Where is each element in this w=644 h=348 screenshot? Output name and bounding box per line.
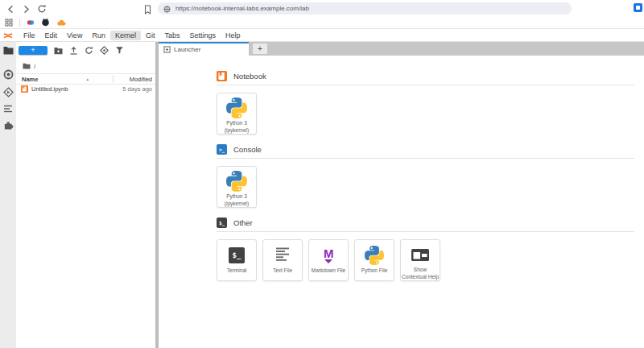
launcher-card-text-file[interactable]: Text File <box>262 239 303 281</box>
console-icon: >_ <box>217 144 227 155</box>
section-title: Notebook <box>233 72 266 81</box>
menu-edit[interactable]: Edit <box>40 31 63 40</box>
git-icon[interactable] <box>2 86 14 97</box>
notebook-file-icon <box>21 85 28 93</box>
menu-run[interactable]: Run <box>87 31 110 40</box>
menu-help[interactable]: Help <box>221 31 246 40</box>
new-launcher-button[interactable]: + <box>19 46 47 55</box>
new-folder-icon[interactable] <box>54 46 63 55</box>
column-header-name[interactable]: Name <box>22 76 38 83</box>
menu-settings[interactable]: Settings <box>184 31 221 40</box>
add-tab-button[interactable]: + <box>253 44 267 54</box>
favicon-cloud[interactable] <box>56 15 67 30</box>
launcher-card-markdown-file[interactable]: M Markdown File <box>308 239 349 281</box>
section-title: Other <box>233 218 253 227</box>
python-logo-icon <box>226 97 247 118</box>
python-logo-icon <box>365 244 384 266</box>
section-divider <box>217 158 634 159</box>
breadcrumb-path: / <box>34 63 35 70</box>
site-info-icon[interactable] <box>163 2 171 16</box>
section-header: Notebook <box>217 71 634 81</box>
app-body: + / <box>0 42 644 348</box>
bookmark-icon[interactable] <box>143 3 152 18</box>
jupyterlab-menubar: File Edit View Run Kernel Git Tabs Setti… <box>0 30 644 42</box>
file-browser-toolbar: + <box>16 44 155 56</box>
card-label: Python 3 (ipykernel) <box>225 193 249 207</box>
extension-manager-icon[interactable] <box>2 119 14 130</box>
tab-bar: Launcher + <box>159 42 644 56</box>
lab-logo-icon <box>3 31 13 39</box>
card-label: Python 3 (ipykernel) <box>225 120 249 134</box>
menu-tabs[interactable]: Tabs <box>159 31 184 40</box>
launcher-card-python-file[interactable]: Python File <box>354 239 394 281</box>
home-folder-icon <box>23 63 31 69</box>
favicon-swirl[interactable] <box>27 15 35 30</box>
url-text: https://notebook-internal-labs.example.c… <box>175 5 309 12</box>
bookmarks-separator <box>19 19 20 27</box>
launcher: Notebook Python 3 (ipykernel) <box>159 56 644 348</box>
section-header: >_ Console <box>217 144 634 155</box>
favicon-github[interactable] <box>41 15 50 30</box>
card-label: Terminal <box>227 267 247 274</box>
git-clone-icon[interactable] <box>100 46 109 55</box>
sort-ascending-icon[interactable]: ▴ <box>86 77 89 81</box>
running-kernels-icon[interactable] <box>2 68 14 80</box>
contextual-help-icon <box>411 244 429 265</box>
launcher-tab-icon <box>163 46 171 53</box>
terminal-icon: $_ <box>217 218 227 228</box>
card-label: Show Contextual Help <box>401 267 440 280</box>
menu-git[interactable]: Git <box>141 31 160 40</box>
browser-chrome: https://notebook-internal-labs.example.c… <box>0 0 644 29</box>
file-list-header: Name ▴ Modified <box>16 73 155 85</box>
column-header-modified[interactable]: Modified <box>114 76 152 83</box>
menu-file[interactable]: File <box>19 31 40 40</box>
section-title: Console <box>233 145 262 154</box>
file-modified: 5 days ago <box>122 85 152 93</box>
file-row[interactable]: Untitled.ipynb 5 days ago <box>16 85 155 93</box>
filter-files-icon[interactable] <box>115 46 124 55</box>
text-file-icon <box>274 244 291 266</box>
launcher-card-terminal[interactable]: $_ Terminal <box>217 239 257 281</box>
menu-view[interactable]: View <box>62 31 87 40</box>
blue-extension-icon[interactable] <box>634 3 642 12</box>
upload-icon[interactable] <box>69 46 78 55</box>
terminal-icon: $_ <box>229 247 245 263</box>
table-of-contents-icon[interactable] <box>2 103 14 114</box>
launcher-section-other: $_ Other $_ Terminal Text F <box>217 218 634 281</box>
card-label: Python File <box>361 267 388 274</box>
bookmarks-bar <box>5 16 67 29</box>
python-logo-icon <box>226 171 247 192</box>
section-divider <box>217 231 634 232</box>
section-divider <box>217 85 634 85</box>
tab-label: Launcher <box>174 46 200 53</box>
menu-kernel[interactable]: Kernel <box>110 31 141 40</box>
launcher-card-console-python3[interactable]: Python 3 (ipykernel) <box>217 166 257 208</box>
file-browser-panel: + / <box>16 42 155 348</box>
main-area: Launcher + Notebook <box>159 42 644 348</box>
file-name: Untitled.ipynb <box>31 85 68 93</box>
apps-grid-icon[interactable] <box>5 15 13 30</box>
card-label: Markdown File <box>312 267 345 274</box>
breadcrumb[interactable]: / <box>16 61 155 71</box>
markdown-icon: M <box>324 247 333 263</box>
tab-launcher[interactable]: Launcher <box>159 42 249 56</box>
launcher-card-show-contextual-help[interactable]: Show Contextual Help <box>400 239 440 281</box>
launcher-section-console: >_ Console Python 3 (ipykernel) <box>217 144 634 208</box>
file-browser-folder-icon[interactable] <box>2 44 14 56</box>
section-header: $_ Other <box>217 218 634 228</box>
activity-bar <box>0 42 16 348</box>
launcher-card-notebook-python3[interactable]: Python 3 (ipykernel) <box>217 93 257 135</box>
browser-nav-row: https://notebook-internal-labs.example.c… <box>0 0 644 16</box>
url-bar[interactable]: https://notebook-internal-labs.example.c… <box>158 2 572 14</box>
launcher-section-notebook: Notebook Python 3 (ipykernel) <box>217 71 634 135</box>
screen: https://notebook-internal-labs.example.c… <box>0 0 644 348</box>
card-label: Text File <box>273 267 292 274</box>
notebook-icon <box>217 71 227 81</box>
refresh-icon[interactable] <box>85 46 93 55</box>
